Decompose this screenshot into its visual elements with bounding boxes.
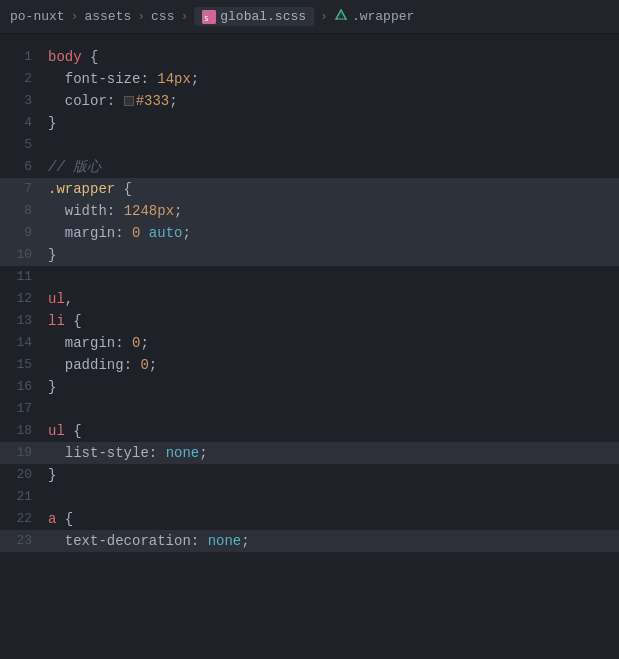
scss-icon: s [202, 10, 216, 24]
breadcrumb-sep-2: › [137, 9, 145, 24]
line-number: 6 [0, 156, 48, 178]
editor-line: 4} [0, 112, 619, 134]
line-number: 1 [0, 46, 48, 68]
line-number: 17 [0, 398, 48, 420]
breadcrumb-label: assets [84, 9, 131, 24]
line-number: 18 [0, 420, 48, 442]
editor-line: 18ul { [0, 420, 619, 442]
line-number: 10 [0, 244, 48, 266]
line-content: } [48, 112, 619, 134]
line-number: 15 [0, 354, 48, 376]
editor-line: 1body { [0, 46, 619, 68]
line-number: 22 [0, 508, 48, 530]
line-number: 4 [0, 112, 48, 134]
line-content: ul { [48, 420, 619, 442]
line-content: } [48, 464, 619, 486]
breadcrumb-component-label: .wrapper [352, 9, 414, 24]
breadcrumb-sep-3: › [180, 9, 188, 24]
editor-line: 8 width: 1248px; [0, 200, 619, 222]
breadcrumb-sep-4: › [320, 9, 328, 24]
editor-line: 6// 版心 [0, 156, 619, 178]
vue-icon [334, 8, 348, 26]
breadcrumb-sep-1: › [71, 9, 79, 24]
line-number: 12 [0, 288, 48, 310]
editor-line: 12ul, [0, 288, 619, 310]
line-content: text-decoration: none; [48, 530, 619, 552]
line-number: 9 [0, 222, 48, 244]
line-content: a { [48, 508, 619, 530]
line-content: width: 1248px; [48, 200, 619, 222]
breadcrumb-bar: po-nuxt › assets › css › s global.scss ›… [0, 0, 619, 34]
line-content: } [48, 376, 619, 398]
line-number: 20 [0, 464, 48, 486]
svg-marker-2 [336, 10, 346, 19]
editor-line: 19 list-style: none; [0, 442, 619, 464]
editor-line: 10} [0, 244, 619, 266]
breadcrumb-filename: global.scss [220, 9, 306, 24]
svg-text:s: s [204, 14, 209, 23]
line-content: } [48, 244, 619, 266]
line-content: list-style: none; [48, 442, 619, 464]
editor-line: 20} [0, 464, 619, 486]
line-number: 19 [0, 442, 48, 464]
line-number: 13 [0, 310, 48, 332]
breadcrumb-folder-ponuxt[interactable]: po-nuxt [10, 9, 65, 24]
editor-line: 7.wrapper { [0, 178, 619, 200]
editor-line: 23 text-decoration: none; [0, 530, 619, 552]
editor-line: 5 [0, 134, 619, 156]
line-content: .wrapper { [48, 178, 619, 200]
breadcrumb-label: css [151, 9, 174, 24]
line-content: margin: 0; [48, 332, 619, 354]
line-number: 2 [0, 68, 48, 90]
line-content: body { [48, 46, 619, 68]
line-content: color: #333; [48, 90, 619, 112]
line-number: 21 [0, 486, 48, 508]
line-content: font-size: 14px; [48, 68, 619, 90]
line-content: li { [48, 310, 619, 332]
breadcrumb-file-globalscss[interactable]: s global.scss [194, 7, 314, 26]
editor-line: 17 [0, 398, 619, 420]
line-number: 3 [0, 90, 48, 112]
editor-line: 14 margin: 0; [0, 332, 619, 354]
line-number: 7 [0, 178, 48, 200]
breadcrumb-component-wrapper[interactable]: .wrapper [334, 8, 414, 26]
editor-area: 1body {2 font-size: 14px;3 color: #333;4… [0, 34, 619, 564]
line-number: 16 [0, 376, 48, 398]
line-number: 23 [0, 530, 48, 552]
line-content: ul, [48, 288, 619, 310]
color-swatch [124, 96, 134, 106]
line-number: 8 [0, 200, 48, 222]
breadcrumb-label: po-nuxt [10, 9, 65, 24]
editor-line: 2 font-size: 14px; [0, 68, 619, 90]
line-content: // 版心 [48, 156, 619, 178]
line-number: 5 [0, 134, 48, 156]
editor-line: 21 [0, 486, 619, 508]
line-content: margin: 0 auto; [48, 222, 619, 244]
editor-line: 16} [0, 376, 619, 398]
editor-line: 15 padding: 0; [0, 354, 619, 376]
breadcrumb-folder-assets[interactable]: assets [84, 9, 131, 24]
editor-line: 11 [0, 266, 619, 288]
editor-line: 3 color: #333; [0, 90, 619, 112]
line-number: 11 [0, 266, 48, 288]
editor-line: 13li { [0, 310, 619, 332]
editor-line: 9 margin: 0 auto; [0, 222, 619, 244]
editor-line: 22a { [0, 508, 619, 530]
line-content: padding: 0; [48, 354, 619, 376]
line-number: 14 [0, 332, 48, 354]
breadcrumb-folder-css[interactable]: css [151, 9, 174, 24]
